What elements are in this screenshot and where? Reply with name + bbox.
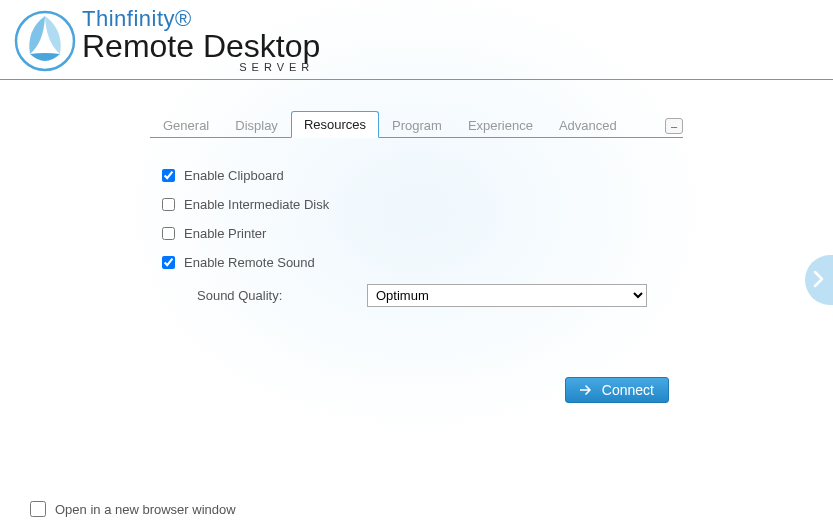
button-row: Connect [162,377,671,403]
clipboard-label: Enable Clipboard [184,168,284,183]
logo-product: Remote Desktop [82,30,320,62]
tab-program[interactable]: Program [379,112,455,138]
tab-content: Enable Clipboard Enable Intermediate Dis… [150,138,683,403]
logo-icon [14,10,76,72]
chevron-right-icon [813,270,825,291]
printer-checkbox[interactable] [162,227,175,240]
tabs-row: General Display Resources Program Experi… [150,110,683,138]
sound-quality-select[interactable]: Optimum [367,284,647,307]
collapse-button[interactable]: – [665,118,683,134]
logo-edition: SERVER [82,62,320,73]
sound-quality-row: Sound Quality: Optimum [162,284,671,307]
new-window-checkbox[interactable] [30,501,46,517]
header: Thinfinity® Remote Desktop SERVER [0,0,833,73]
main-panel: General Display Resources Program Experi… [0,80,833,403]
tab-experience[interactable]: Experience [455,112,546,138]
tab-advanced[interactable]: Advanced [546,112,630,138]
sound-quality-label: Sound Quality: [197,288,367,303]
sound-label: Enable Remote Sound [184,255,315,270]
svg-point-0 [16,12,74,70]
disk-row: Enable Intermediate Disk [162,197,671,212]
disk-label: Enable Intermediate Disk [184,197,329,212]
sound-row: Enable Remote Sound [162,255,671,270]
connect-label: Connect [602,382,654,398]
tab-general[interactable]: General [150,112,222,138]
printer-row: Enable Printer [162,226,671,241]
new-window-label: Open in a new browser window [55,502,236,517]
footer-row: Open in a new browser window [30,501,236,517]
arrow-right-icon [580,382,594,398]
logo-text: Thinfinity® Remote Desktop SERVER [82,8,320,73]
tab-display[interactable]: Display [222,112,291,138]
disk-checkbox[interactable] [162,198,175,211]
connect-button[interactable]: Connect [565,377,669,403]
logo-brand: Thinfinity® [82,8,320,30]
tab-resources[interactable]: Resources [291,111,379,138]
printer-label: Enable Printer [184,226,266,241]
clipboard-checkbox[interactable] [162,169,175,182]
clipboard-row: Enable Clipboard [162,168,671,183]
logo: Thinfinity® Remote Desktop SERVER [14,8,819,73]
sound-checkbox[interactable] [162,256,175,269]
